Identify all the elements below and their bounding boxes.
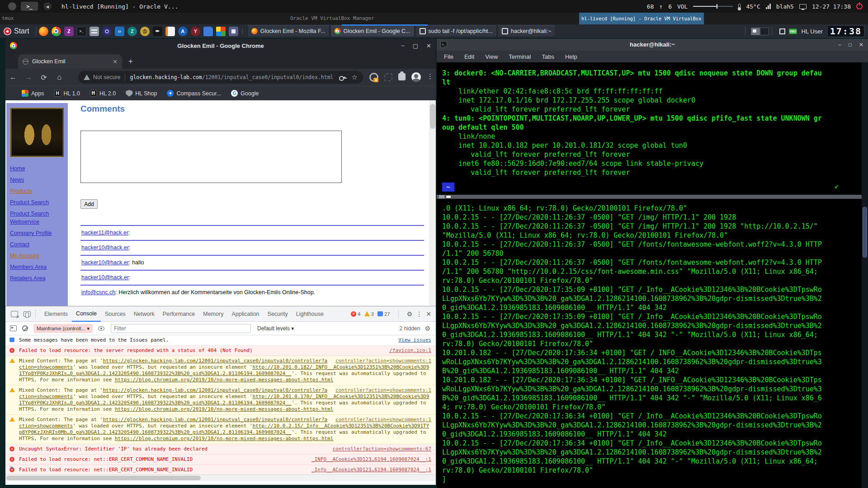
display-icon[interactable] [799, 4, 807, 9]
terminal-menu-item[interactable]: File [444, 53, 453, 60]
devtools-tab[interactable]: Elements [40, 306, 72, 322]
console-hscrollbar-thumb[interactable] [6, 476, 201, 480]
sidebar-link[interactable]: Retailers Area [10, 274, 63, 282]
status-app-icon[interactable] [8, 2, 16, 10]
workspace-pager[interactable] [751, 28, 769, 35]
window-title-inactive[interactable]: Oracle VM VirtualBox Manager [290, 15, 374, 21]
bookmark-item[interactable]: HL Shop [126, 90, 157, 97]
start-button[interactable]: Start [0, 24, 33, 38]
volume-slider[interactable] [693, 6, 733, 7]
console-settings-icon[interactable]: ⚙ [425, 325, 430, 332]
console-source-link[interactable]: View issues [398, 337, 431, 343]
launcher-icon[interactable] [102, 27, 112, 36]
comment-author-link[interactable]: hacker10@hack.er [81, 259, 129, 266]
launcher-icon[interactable] [140, 27, 150, 36]
bookmark-item[interactable]: ✦ Compass Secur... [167, 90, 221, 97]
launcher-icon[interactable] [229, 27, 238, 36]
devtools-tab[interactable]: Sources [101, 306, 130, 322]
inspect-element-icon[interactable] [11, 311, 18, 317]
new-tab-button[interactable]: + [128, 57, 133, 66]
devtools-tab[interactable]: Network [130, 306, 159, 322]
tray-icon-window[interactable] [779, 28, 785, 34]
bookmark-item[interactable]: Ħ HL 2.0 [90, 90, 116, 97]
window-title-active[interactable]: hl-livecd [Running] - Oracle VM VirtualB… [579, 13, 704, 24]
sidebar-link[interactable]: Members Area [10, 263, 63, 271]
launcher-overflow-icon[interactable]: ⋮ [240, 28, 245, 34]
devtools-tab[interactable]: Application [227, 306, 263, 322]
clear-console-icon[interactable] [22, 325, 28, 331]
devtools-menu-icon[interactable]: ⋮ [416, 310, 422, 318]
sidebar-link[interactable]: Product Search [10, 198, 63, 206]
launcher-icon[interactable] [178, 27, 188, 36]
launcher-icon[interactable] [39, 27, 48, 36]
devtools-tab[interactable]: Security [264, 306, 292, 322]
terminal-menu-item[interactable]: Tabs [542, 53, 554, 60]
terminal-menu-item[interactable]: Edit [464, 53, 474, 60]
bookmark-star-icon[interactable]: ☆ [352, 73, 358, 81]
sidebar-link[interactable]: Product Search Webservice [10, 210, 63, 226]
bookmark-item[interactable]: G Google [231, 90, 259, 97]
terminal-maximize-button[interactable]: □ [849, 42, 852, 48]
extensions-puzzle-icon[interactable] [398, 73, 406, 80]
execution-context-select[interactable]: Mainframe (controll... ▾ [33, 324, 93, 333]
sidebar-link[interactable]: Products [10, 187, 63, 195]
back-icon[interactable]: ← [5, 73, 21, 81]
back-circle-icon[interactable]: ◀ [43, 2, 52, 10]
wifi-icon[interactable] [766, 4, 771, 9]
terminal-close-button[interactable]: ✕ [859, 42, 863, 48]
device-toolbar-icon[interactable] [24, 311, 31, 317]
address-bar[interactable]: Not secure glocken.hacking-lab.com/12001… [78, 71, 363, 84]
page-scrollbar[interactable] [429, 100, 436, 306]
home-icon[interactable]: ⌂ [52, 73, 67, 81]
console-source-link[interactable]: controller?action=showcomments:1 [335, 387, 431, 394]
console-prompt[interactable]: > [5, 463, 18, 473]
devtools-tab[interactable]: Performance [159, 306, 199, 322]
tray-icon-virtualbox[interactable]: VBO [789, 28, 797, 34]
devtools-close-icon[interactable]: ✕ [426, 310, 431, 318]
terminal-menu-item[interactable]: Terminal [509, 53, 531, 60]
reload-icon[interactable]: ⟳ [36, 73, 52, 82]
launcher-icon[interactable] [153, 27, 162, 36]
taskbar-window-button[interactable]: Glocken Emil - Google C... [330, 25, 415, 37]
user-label[interactable]: HL User [802, 28, 823, 35]
page-scrollbar-thumb[interactable] [430, 104, 435, 129]
browser-menu-icon[interactable]: ⋮ [427, 72, 434, 80]
security-chip[interactable]: Not secure [93, 74, 120, 80]
sidebar-link[interactable]: Home [10, 164, 63, 173]
console-sidebar-icon[interactable] [10, 325, 17, 331]
comment-author-link[interactable]: hacker11@hack.er [81, 230, 128, 236]
warning-badge[interactable]: 3 [364, 311, 374, 317]
launcher-icon[interactable] [191, 27, 200, 36]
error-badge[interactable]: ✕4 [351, 311, 360, 317]
terminal-scrollbar[interactable] [862, 62, 868, 488]
launcher-icon[interactable] [203, 27, 213, 36]
close-button[interactable]: ✕ [426, 42, 431, 49]
bookmark-item[interactable]: Apps [22, 90, 44, 97]
terminal-titlebar[interactable]: >_ hacker@hlkali:~ − □ ✕ [437, 39, 868, 51]
launcher-icon[interactable] [115, 27, 124, 36]
launcher-icon[interactable] [64, 27, 74, 36]
sidebar-link[interactable]: News [10, 176, 63, 184]
launcher-icon[interactable] [165, 27, 175, 36]
pane-divider[interactable] [437, 195, 868, 199]
forward-icon[interactable]: → [21, 73, 36, 81]
console-source-link[interactable]: _INFO__ACookie%3D123…6194.1609087024__:1 [311, 456, 431, 463]
bookmark-item[interactable]: H HL 1.0 [54, 90, 80, 97]
message-badge[interactable]: 27 [377, 311, 390, 317]
password-key-icon[interactable] [339, 76, 345, 79]
launcher-icon[interactable] [127, 27, 137, 36]
devtools-tab[interactable]: Lighthouse [292, 306, 328, 322]
launcher-icon[interactable] [52, 27, 61, 36]
profile-avatar[interactable] [411, 72, 421, 82]
comment-author-link[interactable]: hacker10@hack.er [81, 274, 129, 281]
taskbar-window-button[interactable]: hacker@hlkali:~ [498, 25, 555, 37]
launcher-icon[interactable] [216, 27, 226, 36]
terminal-indicator-icon[interactable]: >_ [21, 2, 38, 11]
live-expression-icon[interactable] [98, 326, 104, 331]
devtools-tab[interactable]: Console [72, 306, 101, 322]
devtools-settings-icon[interactable]: ⚙ [407, 310, 413, 318]
sidebar-link[interactable]: My Account [10, 252, 63, 260]
console-source-link[interactable]: controller?action=showcomments:1 [335, 417, 431, 423]
extension-disabled-icon[interactable] [384, 73, 392, 81]
chrome-titlebar[interactable]: Glocken Emil - Google Chrome − ▢ ✕ [5, 39, 436, 52]
